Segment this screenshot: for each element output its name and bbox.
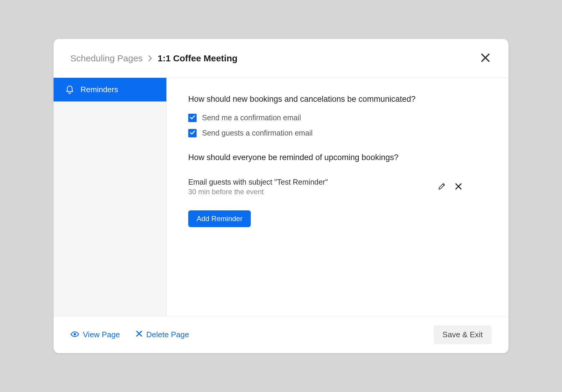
breadcrumb-current: 1:1 Coffee Meeting	[158, 53, 238, 63]
edit-reminder-button[interactable]	[437, 181, 447, 192]
save-exit-button[interactable]: Save & Exit	[434, 325, 492, 344]
modal-header: Scheduling Pages 1:1 Coffee Meeting	[54, 39, 508, 78]
breadcrumb: Scheduling Pages 1:1 Coffee Meeting	[70, 53, 238, 63]
reminder-title: Email guests with subject "Test Reminder…	[188, 178, 328, 186]
modal-footer: View Page Delete Page Save & Exit	[54, 316, 508, 353]
bell-icon	[66, 85, 74, 94]
checkbox-row-send-guests: Send guests a confirmation email	[188, 129, 487, 137]
checkbox-row-send-me: Send me a confirmation email	[188, 113, 487, 122]
close-button[interactable]	[479, 51, 492, 65]
footer-left: View Page Delete Page	[70, 330, 189, 339]
reminder-actions	[437, 181, 464, 192]
section-heading-communication: How should new bookings and cancelations…	[188, 95, 487, 104]
svg-point-0	[74, 333, 76, 335]
add-reminder-button[interactable]: Add Reminder	[188, 210, 251, 227]
section-heading-reminders: How should everyone be reminded of upcom…	[188, 153, 487, 162]
sidebar-item-label: Reminders	[80, 85, 118, 94]
check-icon	[189, 130, 195, 137]
chevron-right-icon	[148, 55, 152, 62]
delete-page-label: Delete Page	[146, 330, 189, 339]
checkbox-send-guests[interactable]	[188, 129, 197, 137]
reminder-text: Email guests with subject "Test Reminder…	[188, 178, 328, 196]
view-page-button[interactable]: View Page	[70, 330, 120, 339]
close-icon	[136, 330, 143, 339]
content: How should new bookings and cancelations…	[167, 78, 508, 316]
pencil-icon	[438, 183, 446, 191]
eye-icon	[70, 330, 79, 339]
modal: Scheduling Pages 1:1 Coffee Meeting	[54, 39, 508, 353]
view-page-label: View Page	[83, 330, 120, 339]
reminder-subtitle: 30 min before the event	[188, 188, 328, 196]
sidebar-item-reminders[interactable]: Reminders	[54, 78, 166, 101]
checkbox-send-me[interactable]	[188, 114, 197, 122]
reminder-row: Email guests with subject "Test Reminder…	[188, 178, 464, 196]
sidebar: Reminders	[54, 78, 167, 316]
checkbox-label: Send guests a confirmation email	[202, 129, 313, 137]
delete-page-button[interactable]: Delete Page	[136, 330, 189, 339]
close-icon	[480, 53, 490, 64]
delete-reminder-button[interactable]	[453, 181, 464, 192]
check-icon	[189, 114, 195, 121]
checkbox-label: Send me a confirmation email	[202, 113, 301, 122]
breadcrumb-root[interactable]: Scheduling Pages	[70, 53, 143, 63]
close-icon	[455, 183, 462, 191]
modal-body: Reminders How should new bookings and ca…	[54, 78, 508, 316]
